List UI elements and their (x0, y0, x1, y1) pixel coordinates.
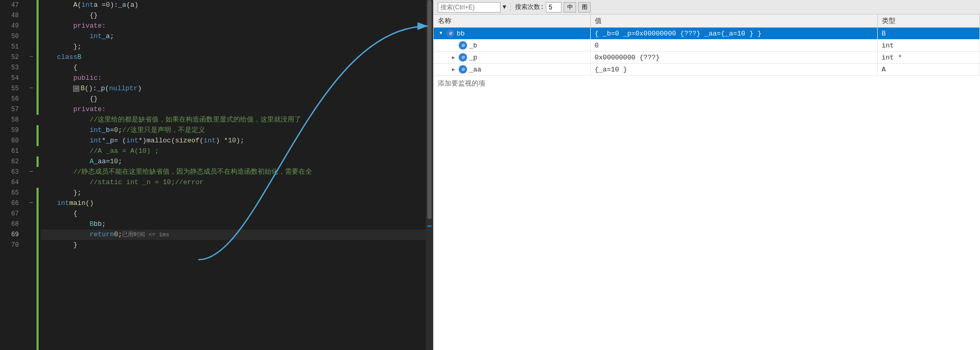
gutter-line-47 (26, 0, 37, 10)
gutter-line-59 (26, 125, 37, 136)
gutter-line-54 (26, 73, 37, 83)
watch-toolbar: ▼ 搜索次数: 中 图 (434, 0, 980, 15)
line-number-61: 61 (0, 146, 22, 156)
expand-icon-bb[interactable]: ▼ (438, 30, 444, 37)
line-number-67: 67 (0, 209, 22, 219)
code-line-47: A(int a = 0):_a(a) (41, 0, 426, 10)
watch-name-label-_p: _p (469, 54, 477, 62)
watch-cell-name-bb: ▼⚙bb (434, 28, 590, 40)
gutter-line-70 (26, 240, 37, 250)
gutter-line-69 (26, 230, 37, 240)
watch-cell-name-_aa: ▶⚙_aa (434, 64, 590, 76)
code-line-66: int main() (41, 198, 426, 209)
code-line-57: private: (41, 104, 426, 115)
blue-indicator (427, 225, 432, 227)
watch-row-_aa[interactable]: ▶⚙_aa{_a=10 }A (434, 64, 980, 76)
watch-cell-name-_p: ▶⚙_p (434, 52, 590, 64)
gutter-line-56 (26, 94, 37, 104)
expand-icon-_p[interactable]: ▶ (450, 54, 457, 61)
line-number-66: 66 (0, 198, 22, 209)
gutter-line-49 (26, 21, 37, 31)
line-number-65: 65 (0, 188, 22, 198)
code-line-50: int _a; (41, 31, 426, 42)
watch-cell-type-_p: int * (877, 52, 980, 64)
line-number-49: 49 (0, 21, 22, 31)
gutter-line-68 (26, 219, 37, 230)
gutter-line-58 (26, 115, 37, 125)
gutter-line-52[interactable]: − (26, 52, 37, 63)
line-number-54: 54 (0, 73, 22, 83)
code-editor: 4748495051525354555657585960616263646566… (0, 0, 433, 350)
watch-cell-type-_aa: A (877, 64, 980, 76)
line-number-59: 59 (0, 125, 22, 136)
line-number-56: 56 (0, 94, 22, 104)
line-number-63: 63 (0, 167, 22, 177)
gutter-line-57 (26, 104, 37, 115)
gutter-line-53 (26, 63, 37, 73)
code-line-52: class B (41, 52, 426, 63)
col-header-type: 类型 (877, 15, 980, 28)
code-line-65: }; (41, 188, 426, 198)
expand-icon-_aa[interactable]: ▶ (450, 66, 457, 73)
watch-table: 名称 值 类型 ▼⚙bb{ _b=0 _p=0x00000000 {???} _… (434, 15, 980, 350)
gutter-line-63[interactable]: − (26, 167, 37, 177)
line-number-62: 62 (0, 156, 22, 167)
watch-row-_b[interactable]: ⚙_b0int (434, 40, 980, 52)
watch-row-bb[interactable]: ▼⚙bb{ _b=0 _p=0x00000000 {???} _aa={_a=1… (434, 28, 980, 40)
gutter-line-51 (26, 42, 37, 52)
watch-cell-value-_b: 0 (590, 40, 877, 52)
code-line-54: public: (41, 73, 426, 83)
code-line-69: return 0; 已用时间 <= 1ms (41, 230, 426, 240)
watch-cell-value-_aa: {_a=10 } (590, 64, 877, 76)
view-mode-button[interactable]: 中 (564, 2, 576, 13)
line-number-58: 58 (0, 115, 22, 125)
watch-cell-type-bb: B (877, 28, 980, 40)
gutter-line-55[interactable]: − (26, 83, 37, 94)
right-panel: ▼ 搜索次数: 中 图 名称 值 类型 ▼⚙bb{ _b=0 _p=0x0000… (433, 0, 980, 350)
code-line-55: −B():_p(nullptr) (41, 83, 426, 94)
watch-row-_p[interactable]: ▶⚙_p0x00000000 {???}int * (434, 52, 980, 64)
gutter-line-61 (26, 146, 37, 156)
line-number-51: 51 (0, 42, 22, 52)
code-line-56: {} (41, 94, 426, 104)
search-input[interactable] (438, 2, 500, 13)
code-line-64: //static int _n = 10;//error (41, 177, 426, 188)
line-numbers: 4748495051525354555657585960616263646566… (0, 0, 26, 350)
code-line-51: }; (41, 42, 426, 52)
code-line-62: A _aa = 10; (41, 156, 426, 167)
code-line-68: B bb; (41, 219, 426, 230)
line-number-52: 52 (0, 52, 22, 63)
scrollbar-thumb[interactable] (427, 0, 432, 219)
line-number-69: ▶69 (0, 230, 22, 240)
line-number-55: 55 (0, 83, 22, 94)
gutter-line-62 (26, 156, 37, 167)
line-number-48: 48 (0, 10, 22, 21)
gutter-line-66[interactable]: − (26, 198, 37, 209)
gutter-line-48 (26, 10, 37, 21)
code-line-48: {} (41, 10, 426, 21)
gutter-line-64 (26, 177, 37, 188)
search-count-input[interactable] (546, 2, 561, 13)
gutter-col: −−−− (26, 0, 37, 350)
code-line-67: { (41, 209, 426, 219)
code-line-53: { (41, 63, 426, 73)
gutter-line-65 (26, 188, 37, 198)
watch-name-label-_aa: _aa (469, 66, 481, 74)
code-panel: 4748495051525354555657585960616263646566… (0, 0, 433, 350)
watch-cell-name-_b: ⚙_b (434, 40, 590, 52)
code-scrollbar[interactable] (426, 0, 433, 350)
toolbar-divider (510, 3, 511, 11)
code-line-59: int _b = 0;//这里只是声明，不是定义 (41, 125, 426, 136)
var-icon-bb: ⚙ (446, 29, 455, 38)
line-number-53: 53 (0, 63, 22, 73)
gutter-line-60 (26, 136, 37, 146)
code-lines-col: A(int a = 0):_a(a) {} private: int _a; }… (39, 0, 426, 350)
line-number-68: 68 (0, 219, 22, 230)
line-number-64: 64 (0, 177, 22, 188)
line-number-60: 60 (0, 136, 22, 146)
line-number-50: 50 (0, 31, 22, 42)
line-number-57: 57 (0, 104, 22, 115)
var-icon-_b: ⚙ (459, 41, 467, 50)
add-watch-button[interactable]: 添加要监视的项 (434, 76, 980, 91)
icon-mode-button[interactable]: 图 (578, 2, 591, 13)
